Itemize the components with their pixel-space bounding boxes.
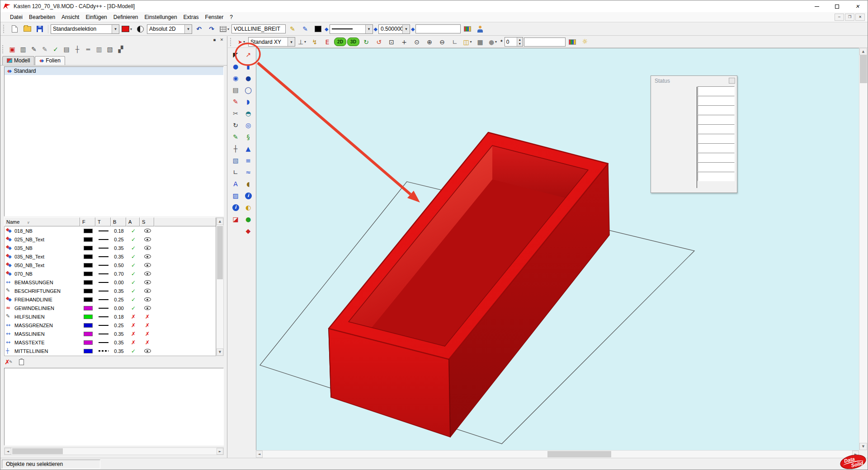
- layer-color-cell[interactable]: [80, 332, 96, 336]
- angle-input[interactable]: [505, 38, 517, 46]
- new-layer-pen-icon[interactable]: ✎: [39, 44, 50, 54]
- measure-angle-icon[interactable]: ∟: [449, 37, 461, 47]
- layer-active-flag[interactable]: [127, 331, 140, 337]
- open-file-button[interactable]: [21, 24, 33, 34]
- status-window-titlebar[interactable]: Status: [651, 76, 737, 86]
- layer-linetype-cell[interactable]: [96, 265, 111, 266]
- layer-linetype-cell[interactable]: [96, 282, 111, 283]
- layer-color-cell[interactable]: [80, 349, 96, 353]
- layer-tree[interactable]: Standard: [4, 66, 224, 216]
- menu-einstellungen[interactable]: Einstellungen: [142, 13, 180, 22]
- layer-active-flag[interactable]: [127, 322, 140, 329]
- palette-button[interactable]: [462, 24, 473, 34]
- layer-active-flag[interactable]: [127, 228, 140, 234]
- grid-settings-button[interactable]: [218, 24, 231, 34]
- table-row[interactable]: 025_NB_Text 0.25: [5, 235, 216, 244]
- scroll-right-icon[interactable]: [217, 448, 223, 455]
- render-sphere-button[interactable]: [134, 24, 146, 34]
- hatch-display-icon[interactable]: ▦: [474, 37, 486, 47]
- undo-button[interactable]: [193, 24, 205, 34]
- menu-einfuegen[interactable]: Einfügen: [82, 13, 110, 22]
- layer-visible-flag[interactable]: [140, 331, 155, 337]
- disc-icon[interactable]: ◗: [242, 96, 254, 108]
- layer-visible-flag[interactable]: [140, 263, 155, 267]
- table-row[interactable]: HILFSLINIEN 0.18: [5, 312, 216, 321]
- edit-attributes-icon[interactable]: E: [321, 37, 333, 47]
- info-solid-icon[interactable]: i: [242, 190, 254, 202]
- close-button[interactable]: [847, 0, 868, 12]
- hatch-icon[interactable]: ▨: [230, 190, 241, 202]
- layer-visible-flag[interactable]: [140, 297, 155, 301]
- free-input[interactable]: [415, 24, 461, 33]
- linetype-input[interactable]: [231, 24, 286, 33]
- view-free-field[interactable]: [524, 38, 566, 47]
- layer-linetype-cell[interactable]: [96, 256, 111, 257]
- text-icon[interactable]: A: [230, 178, 241, 190]
- scrollbar-track[interactable]: [263, 451, 852, 458]
- selection-mode-combo[interactable]: Standardselektion: [51, 24, 119, 34]
- layer-linetype-cell[interactable]: [96, 291, 111, 291]
- layer-color-cell[interactable]: [80, 280, 96, 285]
- sweep-icon[interactable]: ◖: [242, 178, 254, 190]
- chevron-down-icon[interactable]: [288, 38, 295, 46]
- layer-color-cell[interactable]: [80, 323, 96, 328]
- menu-definieren[interactable]: Definieren: [110, 13, 142, 22]
- chevron-down-icon[interactable]: [365, 25, 373, 33]
- layer-color-cell[interactable]: [80, 315, 96, 319]
- layer-color-cell[interactable]: [80, 289, 96, 293]
- confirm-layer-icon[interactable]: ✓: [50, 44, 61, 54]
- layer-visible-flag[interactable]: [140, 272, 155, 276]
- sphere-icon[interactable]: ●: [242, 72, 254, 84]
- layer-linetype-cell[interactable]: [96, 350, 111, 352]
- edit-pen-icon[interactable]: ✎: [28, 44, 39, 54]
- scroll-up-icon[interactable]: [859, 48, 867, 55]
- layer-active-flag[interactable]: [127, 348, 140, 354]
- pen-style-button[interactable]: [287, 24, 298, 34]
- move-icon[interactable]: ┼: [230, 143, 241, 155]
- eraser-red-icon[interactable]: ◪: [230, 213, 241, 225]
- pen-edit-button[interactable]: [299, 24, 311, 34]
- dim-grid-icon[interactable]: ▤: [61, 44, 72, 54]
- mdi-close-button[interactable]: [855, 14, 865, 21]
- orbit-view-icon[interactable]: ↺: [373, 37, 385, 47]
- scrollbar-thumb[interactable]: [860, 55, 867, 83]
- table-scrollbar-vertical[interactable]: [216, 217, 224, 356]
- table-row[interactable]: 050_NB_Text 0.50: [5, 261, 216, 269]
- layer-color-cell[interactable]: [80, 263, 96, 268]
- maximize-button[interactable]: [827, 0, 847, 12]
- layer-visible-flag[interactable]: [140, 280, 155, 284]
- app-logo-icon[interactable]: [3, 4, 10, 9]
- palette-button[interactable]: [566, 37, 578, 47]
- column-header-f[interactable]: F: [80, 217, 95, 226]
- layer-active-flag[interactable]: [127, 339, 140, 346]
- redo-button[interactable]: [206, 24, 217, 34]
- panel-close-icon[interactable]: [219, 37, 225, 42]
- layer-linetype-cell[interactable]: [96, 342, 111, 343]
- layer-linetype-cell[interactable]: [96, 316, 111, 317]
- pointer-flash-icon[interactable]: ↯: [309, 37, 321, 47]
- view-cube-icon[interactable]: ◫: [462, 37, 473, 47]
- layer-color-cell[interactable]: [80, 306, 96, 310]
- selection-pointer-tool[interactable]: [236, 37, 247, 47]
- dim-cross-icon[interactable]: ┼: [72, 44, 83, 54]
- table-row[interactable]: MASSGRENZEN 0.25: [5, 321, 216, 329]
- ellipsoid-icon[interactable]: ◯: [242, 84, 254, 96]
- zoom-out-icon[interactable]: ⊖: [436, 37, 448, 47]
- angle-spinner[interactable]: [505, 37, 523, 47]
- dot-grid-icon[interactable]: ▞: [115, 44, 126, 54]
- tab-folien[interactable]: Folien: [35, 56, 65, 65]
- trim-icon[interactable]: ✂: [230, 108, 241, 119]
- select-solid-arrow-icon[interactable]: ↗: [242, 49, 254, 61]
- status-window[interactable]: Status: [651, 75, 737, 193]
- scrollbar-thumb[interactable]: [217, 226, 223, 279]
- toolbar-grip[interactable]: [2, 45, 5, 53]
- fill-color-button[interactable]: [312, 24, 324, 34]
- message-box[interactable]: [4, 368, 224, 446]
- table-row[interactable]: MITTELLINIEN 0.35: [5, 347, 216, 355]
- light-bulb-button[interactable]: [579, 37, 591, 47]
- helix-icon[interactable]: §: [242, 131, 254, 143]
- chevron-down-icon[interactable]: [184, 25, 192, 33]
- view-2d-button[interactable]: 2D: [334, 38, 346, 46]
- mdi-minimize-button[interactable]: [835, 14, 844, 21]
- viewport-canvas[interactable]: Status: [256, 48, 859, 450]
